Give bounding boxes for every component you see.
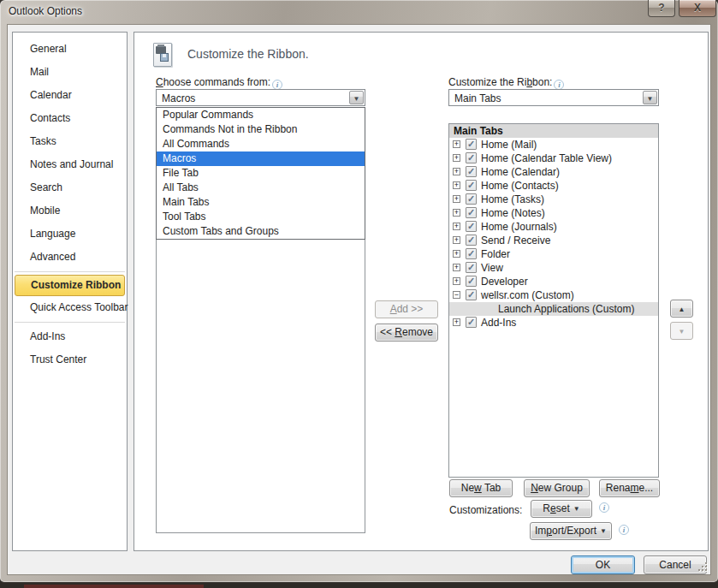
sidebar-item-language[interactable]: Language — [13, 223, 127, 246]
dropdown-item-file-tab[interactable]: File Tab — [157, 166, 365, 181]
import-export-button[interactable]: Import/Export▼ — [530, 522, 612, 540]
ok-button[interactable]: OK — [571, 555, 635, 574]
dropdown-item-commands-not-in-ribbon[interactable]: Commands Not in the Ribbon — [157, 122, 365, 137]
sidebar-item-customize-ribbon[interactable]: Customize Ribbon — [15, 275, 125, 296]
options-sidebar: General Mail Calendar Contacts Tasks Not… — [12, 32, 128, 551]
checkbox[interactable]: ✓ — [466, 166, 477, 177]
tree-item-home-mail[interactable]: + ✓ Home (Mail) — [449, 138, 658, 151]
help-icon[interactable]: ? — [648, 0, 675, 17]
add-button[interactable]: Add >> — [375, 300, 438, 318]
check-icon: ✓ — [467, 219, 475, 233]
checkbox[interactable]: ✓ — [466, 207, 477, 218]
expand-icon[interactable]: + — [453, 209, 460, 217]
check-icon: ✓ — [467, 288, 475, 301]
check-icon: ✓ — [467, 315, 475, 329]
reset-button[interactable]: Reset▼ — [531, 500, 592, 518]
checkbox[interactable]: ✓ — [466, 317, 477, 328]
sidebar-item-notes-and-journal[interactable]: Notes and Journal — [13, 153, 127, 176]
checkbox[interactable]: ✓ — [466, 262, 477, 273]
dropdown-item-all-tabs[interactable]: All Tabs — [157, 181, 365, 195]
check-icon: ✓ — [467, 260, 475, 274]
move-up-button[interactable]: ▲ — [670, 300, 693, 318]
tree-item-label: Folder — [481, 247, 510, 261]
tree-item-home-journals[interactable]: + ✓ Home (Journals) — [449, 220, 658, 234]
tree-item-send-receive[interactable]: + ✓ Send / Receive — [449, 234, 658, 247]
sidebar-item-tasks[interactable]: Tasks — [13, 130, 127, 153]
rename-button[interactable]: Rename... — [599, 479, 660, 497]
combo-arrow-icon[interactable]: ▼ — [643, 91, 657, 104]
sidebar-item-mail[interactable]: Mail — [13, 61, 127, 84]
expand-icon[interactable]: + — [453, 195, 460, 203]
tree-item-label: Home (Calendar Table View) — [481, 151, 612, 165]
checkbox[interactable]: ✓ — [466, 221, 477, 232]
checkbox[interactable]: ✓ — [466, 152, 477, 163]
expand-icon[interactable]: + — [453, 154, 460, 162]
tree-item-wellsr-com-custom[interactable]: − ✓ wellsr.com (Custom) — [449, 288, 658, 302]
dropdown-item-main-tabs[interactable]: Main Tabs — [157, 195, 365, 210]
checkbox[interactable]: ✓ — [466, 193, 477, 205]
tree-item-home-contacts[interactable]: + ✓ Home (Contacts) — [449, 179, 658, 193]
checkbox[interactable]: ✓ — [466, 235, 477, 246]
resize-grip-icon[interactable] — [697, 561, 707, 571]
tree-item-add-ins[interactable]: + ✓ Add-Ins — [449, 316, 658, 330]
info-icon[interactable]: i — [599, 502, 609, 513]
choose-commands-label: Choose commands from:i — [156, 76, 282, 90]
sidebar-item-mobile[interactable]: Mobile — [13, 199, 127, 223]
combo-arrow-icon[interactable]: ▼ — [349, 91, 364, 104]
tree-subitem-launch-applications[interactable]: Launch Applications (Custom) — [449, 302, 658, 316]
dropdown-item-popular-commands[interactable]: Popular Commands — [157, 108, 365, 122]
expand-icon[interactable]: + — [453, 140, 460, 148]
up-arrow-icon: ▲ — [679, 306, 685, 313]
expand-icon[interactable]: + — [453, 168, 460, 175]
sidebar-item-general[interactable]: General — [13, 38, 127, 61]
tree-item-view[interactable]: + ✓ View — [449, 261, 658, 275]
ribbon-tabs-tree[interactable]: Main Tabs + ✓ Home (Mail) + ✓ Home (Cale… — [448, 123, 659, 478]
tree-item-folder[interactable]: + ✓ Folder — [449, 247, 658, 261]
expand-icon[interactable]: + — [453, 264, 460, 271]
sidebar-item-add-ins[interactable]: Add-Ins — [13, 325, 127, 348]
sidebar-item-contacts[interactable]: Contacts — [13, 107, 127, 130]
expand-icon[interactable]: + — [453, 250, 460, 258]
expand-icon[interactable]: + — [453, 236, 460, 244]
tree-item-label: Send / Receive — [481, 234, 550, 247]
dropdown-item-tool-tabs[interactable]: Tool Tabs — [157, 210, 365, 224]
remove-button[interactable]: << Remove — [375, 324, 438, 342]
tree-item-developer[interactable]: + ✓ Developer — [449, 275, 658, 288]
expand-icon[interactable]: + — [453, 181, 460, 189]
window-title: Outlook Options — [9, 5, 82, 17]
page-title: Customize the Ribbon. — [187, 47, 309, 61]
titlebar[interactable]: Outlook Options ? X — [0, 0, 718, 24]
dropdown-item-macros[interactable]: Macros — [157, 151, 365, 166]
check-icon: ✓ — [467, 274, 475, 288]
tree-item-home-calendar-table-view[interactable]: + ✓ Home (Calendar Table View) — [449, 151, 658, 165]
new-tab-button[interactable]: New Tab — [449, 479, 513, 497]
sidebar-item-quick-access-toolbar[interactable]: Quick Access Toolbar — [13, 296, 127, 319]
info-icon[interactable]: i — [619, 525, 629, 535]
close-icon[interactable]: X — [679, 0, 716, 17]
checkbox[interactable]: ✓ — [466, 139, 477, 150]
sidebar-item-advanced[interactable]: Advanced — [13, 246, 127, 269]
sidebar-item-search[interactable]: Search — [13, 176, 127, 199]
expand-icon[interactable]: + — [453, 277, 460, 285]
tree-item-home-tasks[interactable]: + ✓ Home (Tasks) — [449, 193, 658, 206]
tree-item-home-calendar[interactable]: + ✓ Home (Calendar) — [449, 165, 658, 179]
expand-icon[interactable]: + — [453, 318, 460, 326]
dropdown-item-custom-tabs-and-groups[interactable]: Custom Tabs and Groups — [157, 224, 365, 239]
new-group-button[interactable]: New Group — [524, 479, 590, 497]
checkbox[interactable]: ✓ — [466, 276, 477, 287]
choose-commands-combobox[interactable]: Macros ▼ — [156, 89, 365, 106]
sidebar-item-calendar[interactable]: Calendar — [13, 84, 127, 107]
checkbox[interactable]: ✓ — [466, 289, 477, 300]
sidebar-item-trust-center[interactable]: Trust Center — [13, 348, 127, 371]
move-down-button[interactable]: ▼ — [670, 322, 693, 340]
collapse-icon[interactable]: − — [453, 291, 460, 299]
checkbox[interactable]: ✓ — [466, 248, 477, 259]
tree-item-home-notes[interactable]: + ✓ Home (Notes) — [449, 206, 658, 220]
checkbox[interactable]: ✓ — [466, 180, 477, 191]
expand-icon[interactable]: + — [453, 223, 460, 230]
check-icon: ✓ — [467, 164, 475, 178]
tree-item-label: Home (Contacts) — [481, 179, 559, 193]
customize-ribbon-combobox[interactable]: Main Tabs ▼ — [448, 89, 659, 106]
dropdown-item-all-commands[interactable]: All Commands — [157, 137, 365, 151]
combobox-value: Macros — [162, 92, 195, 104]
